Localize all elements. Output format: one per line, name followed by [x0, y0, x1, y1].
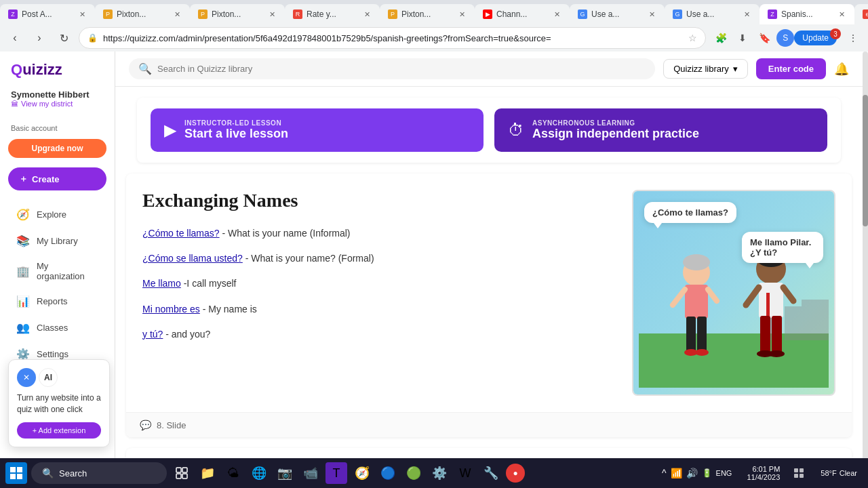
tab-favicon-10: e [863, 9, 868, 19]
tab-bar: Z Post A... ✕ P Pixton... ✕ P Pixton... … [0, 0, 868, 24]
tab-close-2[interactable]: ✕ [173, 9, 182, 20]
tab-favicon-6: ▶ [483, 9, 492, 19]
create-button[interactable]: ＋ Create [8, 167, 106, 190]
back-button[interactable]: ‹ [5, 28, 24, 47]
classes-icon: 👥 [16, 321, 30, 334]
sidebar-item-my-organization[interactable]: 🏢 My organization [5, 254, 109, 288]
svg-rect-23 [10, 467, 16, 472]
view-district-link[interactable]: 🏛 View my district [11, 100, 104, 108]
taskbar-video-call[interactable]: 📹 [300, 462, 321, 484]
speech-bubble-2: Me llamo Pilar. ¿Y tú? [742, 232, 823, 263]
task-view-icon [176, 467, 188, 479]
svg-rect-2 [785, 306, 802, 340]
quizizz-logo: Quizizz [0, 52, 115, 84]
quizizz-search-bar[interactable]: 🔍 [129, 58, 655, 79]
taskbar-edge-browser[interactable]: 🌐 [248, 462, 270, 484]
notification-center-button[interactable] [789, 464, 808, 483]
svg-line-7 [673, 289, 685, 305]
profile-button[interactable]: S [776, 29, 794, 47]
upgrade-button[interactable]: Upgrade now [8, 139, 106, 158]
tab-close-5[interactable]: ✕ [458, 9, 467, 20]
taskbar-circle-app[interactable]: ● [506, 464, 525, 483]
start-live-lesson-card[interactable]: ▶ INSTRUCTOR-LED LESSON Start a live les… [151, 108, 484, 152]
tab-7[interactable]: G Use a... ✕ [570, 4, 665, 24]
address-bar[interactable]: 🔒 https://quizizz.com/admin/presentation… [79, 27, 706, 49]
star-icon[interactable]: ☆ [688, 33, 697, 43]
reload-button[interactable]: ↻ [54, 28, 73, 47]
search-input[interactable] [157, 64, 646, 74]
assign-practice-card[interactable]: ⏱ ASYNCHRONOUS LEARNING Assign independe… [494, 108, 827, 152]
taskbar-safari[interactable]: 🧭 [351, 462, 373, 484]
tab-close-8[interactable]: ✕ [743, 9, 751, 20]
taskbar-file-explorer[interactable]: 📁 [197, 462, 218, 484]
slide-para-4: Mi nombre es - My name is [142, 301, 618, 318]
tab-close-9[interactable]: ✕ [837, 9, 846, 20]
taskbar-chrome[interactable]: 🔵 [377, 462, 399, 484]
clock-date: 11/4/2023 [747, 473, 780, 481]
taskbar-settings-app[interactable]: ⚙️ [429, 462, 450, 484]
svg-rect-34 [800, 474, 804, 478]
mi-nombre-es-link[interactable]: Mi nombre es [142, 304, 200, 314]
language-indicator[interactable]: ENG [716, 469, 732, 477]
expand-tray-icon[interactable]: ^ [662, 468, 667, 479]
notification-bell-icon[interactable]: 🔔 [834, 62, 849, 76]
forward-button[interactable]: › [30, 28, 49, 47]
taskbar-clock[interactable]: 6:01 PM 11/4/2023 [741, 465, 785, 481]
enter-code-button[interactable]: Enter code [756, 58, 826, 79]
taskbar-teams[interactable]: T [326, 462, 347, 484]
tab-favicon-2: P [103, 9, 113, 19]
tab-8[interactable]: G Use a... ✕ [665, 4, 760, 24]
taskbar-weather-widget[interactable]: 🌤 [222, 462, 244, 484]
system-tray: ^ 📶 🔊 🔋 ENG [656, 468, 737, 479]
right-scrollbar[interactable] [863, 52, 868, 488]
taskbar-gear[interactable]: 🔧 [480, 462, 502, 484]
tab-close-7[interactable]: ✕ [648, 9, 656, 20]
tab-5[interactable]: P Pixton... ✕ [380, 4, 475, 24]
library-dropdown[interactable]: Quizizz library ▾ [663, 59, 748, 79]
tab-close-3[interactable]: ✕ [268, 9, 277, 20]
battery-icon[interactable]: 🔋 [702, 468, 712, 478]
scrollbar-thumb[interactable] [863, 95, 868, 226]
add-extension-button[interactable]: + Add extension [17, 422, 101, 439]
tab-6[interactable]: ▶ Chann... ✕ [475, 4, 570, 24]
more-options-button[interactable]: ⋮ [844, 28, 863, 47]
tab-close-4[interactable]: ✕ [363, 9, 372, 20]
windows-icon [10, 467, 22, 479]
tab-9-active[interactable]: Z Spanis... ✕ [760, 4, 854, 24]
sidebar-item-classes[interactable]: 👥 Classes [5, 314, 109, 341]
tab-3[interactable]: P Pixton... ✕ [190, 4, 285, 24]
svg-point-22 [768, 350, 785, 357]
svg-rect-25 [10, 474, 16, 479]
tab-1[interactable]: Z Post A... ✕ [0, 4, 95, 24]
speaker-icon[interactable]: 🔊 [686, 468, 698, 479]
y-tu-link[interactable]: y tú? [142, 329, 163, 340]
taskbar-green-app[interactable]: 🟢 [403, 462, 425, 484]
speech-bubble-1: ¿Cómo te llamas? [644, 202, 736, 223]
download-button[interactable]: ⬇ [733, 28, 752, 47]
task-view-button[interactable] [171, 462, 193, 484]
taskbar-word[interactable]: W [454, 462, 476, 484]
tab-2[interactable]: P Pixton... ✕ [95, 4, 190, 24]
wifi-icon[interactable]: 📶 [671, 468, 682, 479]
profile-area: S Update 3 [776, 29, 841, 47]
weather-widget[interactable]: 58°F Clear [815, 469, 863, 477]
start-button[interactable] [5, 462, 27, 484]
tab-close-1[interactable]: ✕ [78, 9, 87, 20]
svg-rect-29 [176, 474, 181, 479]
como-te-llamas-link[interactable]: ¿Cómo te llamas? [142, 228, 220, 239]
tab-close-6[interactable]: ✕ [553, 9, 561, 20]
taskbar-search-bar[interactable]: 🔍 Search [31, 462, 167, 484]
sidebar-item-my-library[interactable]: 📚 My Library [5, 228, 109, 254]
como-se-llama-usted-link[interactable]: ¿Cómo se llama usted? [142, 253, 243, 264]
sidebar-item-explore[interactable]: 🧭 Explore [5, 201, 109, 228]
tab-10[interactable]: e en.pdf... ✕ [854, 4, 868, 24]
tab-4[interactable]: R Rate y... ✕ [285, 4, 380, 24]
bookmark-button[interactable]: 🔖 [755, 28, 774, 47]
svg-rect-19 [760, 316, 770, 355]
taskbar-camera[interactable]: 📷 [274, 462, 296, 484]
me-llamo-link[interactable]: Me llamo [142, 278, 181, 289]
extensions-button[interactable]: 🧩 [711, 28, 730, 47]
slide-container: Exchanging Names ¿Cómo te llamas? - What… [126, 174, 852, 437]
tab-title-5: Pixton... [401, 9, 454, 19]
sidebar-item-reports[interactable]: 📊 Reports [5, 288, 109, 314]
